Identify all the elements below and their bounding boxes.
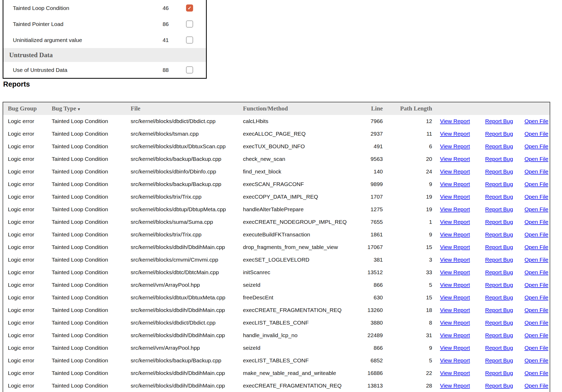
bug-type-checkbox[interactable]	[186, 36, 193, 44]
cell-bug-type: Tainted Loop Condition	[52, 228, 131, 241]
open-file-link[interactable]: Open File	[524, 194, 548, 200]
table-row: Logic error Tainted Loop Condition src/k…	[3, 354, 550, 367]
cell-bug-group: Logic error	[3, 165, 52, 178]
view-report-link[interactable]: View Report	[440, 257, 470, 263]
view-report-link[interactable]: View Report	[440, 383, 470, 389]
report-bug-link[interactable]: Report Bug	[485, 294, 513, 300]
bug-type-checkbox[interactable]	[186, 20, 193, 28]
view-report-link[interactable]: View Report	[440, 143, 470, 149]
report-bug-link[interactable]: Report Bug	[485, 370, 513, 376]
report-bug-link[interactable]: Report Bug	[485, 332, 513, 338]
bug-type-filter-panel: Tainted Loop Condition 46 ✓ Tainted Poin…	[3, 0, 207, 79]
open-file-link[interactable]: Open File	[524, 156, 548, 162]
open-file-link[interactable]: Open File	[524, 257, 548, 263]
open-file-link[interactable]: Open File	[524, 206, 548, 212]
report-bug-link[interactable]: Report Bug	[485, 257, 513, 263]
report-bug-link[interactable]: Report Bug	[485, 345, 513, 351]
cell-function-method: make_new_table_read_and_writeable	[243, 367, 365, 379]
view-report-link[interactable]: View Report	[440, 282, 470, 288]
view-report-link[interactable]: View Report	[440, 194, 470, 200]
cell-open-file: Open File	[521, 165, 550, 178]
open-file-link[interactable]: Open File	[524, 357, 548, 363]
cell-view-report: View Report	[436, 342, 481, 354]
cell-path-length: 11	[386, 128, 436, 140]
open-file-link[interactable]: Open File	[524, 244, 548, 250]
report-bug-link[interactable]: Report Bug	[485, 269, 513, 275]
view-report-link[interactable]: View Report	[440, 320, 470, 326]
cell-file: src/kernel/blocks/dbdict/Dbdict.cpp	[131, 316, 243, 329]
table-row: Logic error Tainted Loop Condition src/k…	[3, 329, 550, 342]
view-report-link[interactable]: View Report	[440, 357, 470, 363]
cell-line: 1275	[365, 203, 386, 216]
open-file-link[interactable]: Open File	[524, 219, 548, 225]
view-report-link[interactable]: View Report	[440, 168, 470, 174]
view-report-link[interactable]: View Report	[440, 131, 470, 137]
report-bug-link[interactable]: Report Bug	[485, 282, 513, 288]
bug-type-checkbox[interactable]	[186, 66, 193, 73]
col-header-line[interactable]: Line	[365, 102, 386, 115]
report-bug-link[interactable]: Report Bug	[485, 357, 513, 363]
view-report-link[interactable]: View Report	[440, 219, 470, 225]
cell-view-report: View Report	[436, 128, 481, 140]
open-file-link[interactable]: Open File	[524, 168, 548, 174]
cell-open-file: Open File	[521, 342, 550, 354]
view-report-link[interactable]: View Report	[440, 244, 470, 250]
cell-line: 866	[365, 342, 386, 354]
report-bug-link[interactable]: Report Bug	[485, 320, 513, 326]
report-bug-link[interactable]: Report Bug	[485, 118, 513, 124]
table-row: Logic error Tainted Loop Condition src/k…	[3, 140, 550, 153]
open-file-link[interactable]: Open File	[524, 282, 548, 288]
cell-file: src/kernel/vm/ArrayPool.hpp	[131, 279, 243, 291]
view-report-link[interactable]: View Report	[440, 332, 470, 338]
view-report-link[interactable]: View Report	[440, 269, 470, 275]
view-report-link[interactable]: View Report	[440, 156, 470, 162]
open-file-link[interactable]: Open File	[524, 332, 548, 338]
open-file-link[interactable]: Open File	[524, 181, 548, 187]
report-bug-link[interactable]: Report Bug	[485, 181, 513, 187]
open-file-link[interactable]: Open File	[524, 269, 548, 275]
open-file-link[interactable]: Open File	[524, 131, 548, 137]
open-file-link[interactable]: Open File	[524, 320, 548, 326]
open-file-link[interactable]: Open File	[524, 345, 548, 351]
view-report-link[interactable]: View Report	[440, 118, 470, 124]
view-report-link[interactable]: View Report	[440, 231, 470, 237]
col-header-file[interactable]: File	[131, 102, 243, 115]
report-bug-link[interactable]: Report Bug	[485, 219, 513, 225]
open-file-link[interactable]: Open File	[524, 143, 548, 149]
col-header-bug-group[interactable]: Bug Group	[3, 102, 52, 115]
view-report-link[interactable]: View Report	[440, 294, 470, 300]
report-bug-link[interactable]: Report Bug	[485, 307, 513, 313]
cell-function-method: execCREATE_NODEGROUP_IMPL_REQ	[243, 216, 365, 228]
view-report-link[interactable]: View Report	[440, 206, 470, 212]
cell-file: src/kernel/blocks/dbdih/DbdihMain.cpp	[131, 367, 243, 379]
open-file-link[interactable]: Open File	[524, 370, 548, 376]
report-bug-link[interactable]: Report Bug	[485, 168, 513, 174]
report-bug-link[interactable]: Report Bug	[485, 131, 513, 137]
open-file-link[interactable]: Open File	[524, 118, 548, 124]
cell-report-bug: Report Bug	[481, 241, 521, 253]
report-bug-link[interactable]: Report Bug	[485, 231, 513, 237]
cell-function-method: check_new_scan	[243, 153, 365, 165]
open-file-link[interactable]: Open File	[524, 294, 548, 300]
report-bug-link[interactable]: Report Bug	[485, 194, 513, 200]
bug-type-checkbox[interactable]: ✓	[186, 4, 193, 12]
col-header-bug-type[interactable]: Bug Type▾	[52, 102, 131, 115]
col-header-path-length[interactable]: Path Length	[386, 102, 436, 115]
view-report-link[interactable]: View Report	[440, 345, 470, 351]
view-report-link[interactable]: View Report	[440, 307, 470, 313]
report-bug-link[interactable]: Report Bug	[485, 383, 513, 389]
open-file-link[interactable]: Open File	[524, 307, 548, 313]
report-bug-link[interactable]: Report Bug	[485, 244, 513, 250]
open-file-link[interactable]: Open File	[524, 383, 548, 389]
report-bug-link[interactable]: Report Bug	[485, 143, 513, 149]
open-file-link[interactable]: Open File	[524, 231, 548, 237]
filter-section-header: Untrusted Data	[3, 48, 206, 62]
report-bug-link[interactable]: Report Bug	[485, 206, 513, 212]
view-report-link[interactable]: View Report	[440, 370, 470, 376]
col-header-function-method[interactable]: Function/Method	[243, 102, 365, 115]
report-bug-link[interactable]: Report Bug	[485, 156, 513, 162]
cell-bug-type: Tainted Loop Condition	[52, 178, 131, 190]
cell-report-bug: Report Bug	[481, 140, 521, 153]
cell-bug-type: Tainted Loop Condition	[52, 253, 131, 266]
view-report-link[interactable]: View Report	[440, 181, 470, 187]
